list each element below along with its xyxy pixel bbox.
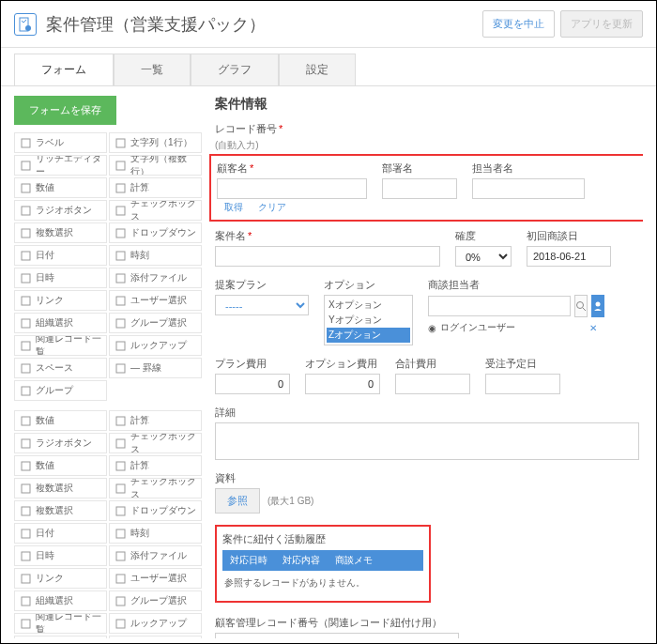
palette-item[interactable]: 関連レコード一覧 [14, 613, 107, 634]
svg-rect-24 [22, 387, 30, 395]
browse-button[interactable]: 参照 [215, 488, 260, 514]
dept-input[interactable] [382, 178, 457, 199]
palette-item[interactable]: 複数選択 [14, 478, 107, 498]
clear-link[interactable]: クリア [251, 201, 286, 214]
opt-cost-input[interactable] [305, 374, 380, 394]
palette-item[interactable]: ラジオボタン [14, 200, 107, 221]
palette-item[interactable]: 文字列（複数行） [109, 155, 202, 176]
deal-label: 案件名* [215, 229, 440, 243]
palette-item[interactable]: 文字列（1行） [109, 132, 202, 153]
option-x[interactable]: Xオプション [327, 298, 410, 313]
palette-item[interactable]: 計算 [109, 455, 202, 476]
palette-item[interactable]: ドロップダウン [109, 222, 202, 243]
palette-item[interactable]: チェックボックス [109, 200, 202, 221]
deal-input[interactable] [215, 246, 440, 267]
palette-item[interactable]: 添付ファイル [109, 545, 202, 566]
palette-item[interactable]: 関連レコード一覧 [14, 335, 107, 356]
search-user-button[interactable] [574, 295, 588, 317]
palette-item[interactable]: 複数選択 [14, 222, 107, 243]
order-date-input[interactable] [485, 374, 560, 394]
palette-item[interactable]: リンク [14, 290, 107, 311]
sidebar: フォームを保存 ラベル文字列（1行）リッチエディター文字列（複数行）数値計算ラジ… [14, 86, 206, 638]
negotiator-input[interactable] [428, 296, 571, 316]
palette-item[interactable]: ユーザー選択 [109, 290, 202, 311]
customer-input[interactable] [217, 178, 367, 199]
palette-item[interactable]: 数値 [14, 410, 107, 431]
palette-item[interactable]: ラジオボタン [14, 433, 107, 453]
record-number-label: レコード番号* [215, 122, 639, 136]
detail-textarea[interactable] [215, 422, 639, 460]
plan-label: 提案プラン [215, 278, 309, 292]
palette-item[interactable]: 複数選択 [14, 500, 107, 521]
palette-item[interactable]: 数値 [14, 455, 107, 476]
login-user-label: ログインユーザー [440, 321, 515, 334]
palette-item[interactable]: 組織選択 [14, 590, 107, 611]
activity-highlight-box: 案件に紐付く活動履歴 対応日時 対応内容 商談メモ 参照するレコードがありません… [215, 525, 431, 603]
svg-rect-18 [22, 319, 30, 328]
save-form-button[interactable]: フォームを保存 [14, 96, 116, 125]
get-link[interactable]: 取得 [217, 201, 243, 214]
palette-item[interactable]: 組織選択 [14, 313, 107, 333]
link-recno-input[interactable] [215, 633, 459, 638]
tab-list[interactable]: 一覧 [114, 54, 191, 85]
palette-item[interactable]: 日付 [14, 245, 107, 266]
contact-label: 担当者名 [472, 161, 585, 176]
svg-rect-32 [22, 484, 30, 493]
palette-item[interactable]: リンク [14, 568, 107, 589]
svg-rect-12 [22, 252, 30, 260]
contact-input[interactable] [472, 178, 585, 199]
user-picker-button[interactable] [591, 295, 604, 317]
palette-item[interactable]: 時刻 [109, 523, 202, 544]
tab-bar: フォーム 一覧 グラフ 設定 [1, 54, 656, 85]
palette-item[interactable]: 時刻 [109, 245, 202, 266]
plan-select[interactable]: ----- [215, 295, 309, 315]
option-z[interactable]: Zオプション [327, 328, 410, 343]
palette-item[interactable]: 日時 [14, 545, 107, 566]
first-date-input[interactable] [527, 246, 611, 267]
palette-item[interactable]: 日時 [14, 268, 107, 288]
tab-form[interactable]: フォーム [14, 54, 114, 85]
plan-cost-input[interactable] [215, 374, 290, 394]
total-cost-input[interactable] [395, 374, 470, 394]
palette-item[interactable]: ドロップダウン [109, 500, 202, 521]
palette-item[interactable]: ルックアップ [109, 335, 202, 356]
svg-rect-19 [116, 319, 125, 328]
palette-item[interactable]: 数値 [14, 177, 107, 198]
svg-rect-6 [22, 184, 30, 192]
palette-item[interactable]: ルックアップ [109, 613, 202, 634]
palette-item[interactable]: グループ選択 [109, 590, 202, 611]
first-date-label: 初回商談日 [527, 229, 611, 243]
tab-graph[interactable]: グラフ [191, 54, 279, 85]
palette-item[interactable]: 計算 [109, 410, 202, 431]
palette-item[interactable]: スペース [14, 358, 107, 378]
svg-rect-2 [22, 139, 30, 147]
palette-item[interactable]: チェックボックス [109, 478, 202, 498]
prob-select[interactable]: 0% [455, 246, 512, 267]
order-date-label: 受注予定日 [485, 357, 560, 371]
cancel-button[interactable]: 変更を中止 [482, 10, 555, 38]
remove-user-icon[interactable]: ✕ [589, 323, 597, 333]
palette-item[interactable]: チェックボックス [109, 433, 202, 453]
palette-item[interactable]: スペース [14, 636, 107, 638]
palette-item[interactable]: グループ選択 [109, 313, 202, 333]
palette-item[interactable]: — 罫線 [109, 636, 202, 638]
palette-item[interactable]: ラベル [14, 132, 107, 153]
palette-item[interactable]: グループ [14, 380, 107, 401]
max-size-label: (最大1 GB) [267, 495, 313, 508]
palette-item[interactable]: 添付ファイル [109, 268, 202, 288]
link-recno-label: 顧客管理レコード番号（関連レコード紐付け用） [215, 616, 639, 630]
ah-content: 対応内容 [275, 550, 328, 571]
option-list[interactable]: Xオプション Yオプション Zオプション [324, 295, 413, 345]
palette-item[interactable]: ユーザー選択 [109, 568, 202, 589]
option-y[interactable]: Yオプション [327, 313, 410, 328]
palette-item[interactable]: 計算 [109, 177, 202, 198]
svg-rect-26 [22, 417, 30, 425]
svg-rect-30 [22, 462, 30, 470]
negotiator-label: 商談担当者 [428, 278, 597, 292]
svg-rect-23 [116, 364, 125, 373]
palette-item[interactable]: リッチエディター [14, 155, 107, 176]
palette-item[interactable]: — 罫線 [109, 358, 202, 378]
tab-settings[interactable]: 設定 [279, 54, 356, 85]
svg-rect-4 [22, 161, 30, 170]
palette-item[interactable]: 日付 [14, 523, 107, 544]
